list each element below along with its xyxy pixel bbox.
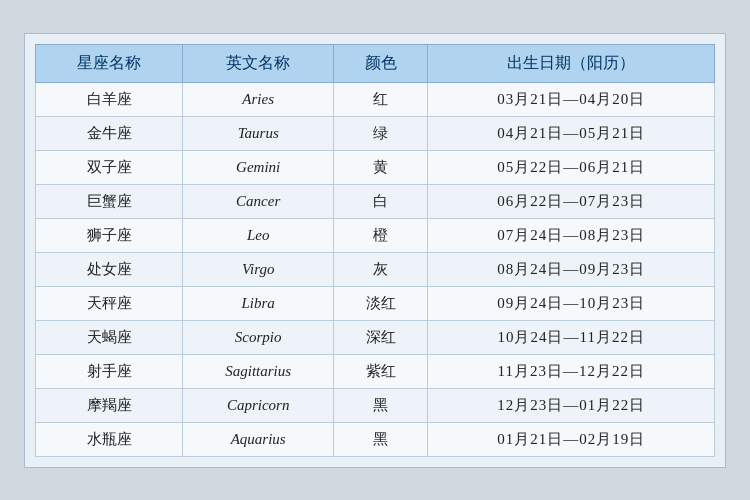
table-row: 白羊座Aries红03月21日—04月20日 [36,82,715,116]
table-cell-2-3: 05月22日—06月21日 [428,150,715,184]
table-cell-3-1: Cancer [183,184,334,218]
table-cell-0-0: 白羊座 [36,82,183,116]
table-cell-6-1: Libra [183,286,334,320]
table-cell-7-0: 天蝎座 [36,320,183,354]
table-cell-6-3: 09月24日—10月23日 [428,286,715,320]
column-header-0: 星座名称 [36,44,183,82]
table-cell-2-2: 黄 [333,150,427,184]
table-cell-2-1: Gemini [183,150,334,184]
table-row: 天秤座Libra淡红09月24日—10月23日 [36,286,715,320]
table-cell-5-3: 08月24日—09月23日 [428,252,715,286]
table-cell-8-3: 11月23日—12月22日 [428,354,715,388]
table-row: 处女座Virgo灰08月24日—09月23日 [36,252,715,286]
table-cell-1-0: 金牛座 [36,116,183,150]
column-header-2: 颜色 [333,44,427,82]
zodiac-table-container: 星座名称英文名称颜色出生日期（阳历） 白羊座Aries红03月21日—04月20… [24,33,726,468]
table-cell-2-0: 双子座 [36,150,183,184]
table-header-row: 星座名称英文名称颜色出生日期（阳历） [36,44,715,82]
table-row: 金牛座Taurus绿04月21日—05月21日 [36,116,715,150]
table-cell-10-1: Aquarius [183,422,334,456]
table-cell-9-3: 12月23日—01月22日 [428,388,715,422]
table-cell-8-1: Sagittarius [183,354,334,388]
table-cell-4-2: 橙 [333,218,427,252]
table-cell-7-2: 深红 [333,320,427,354]
table-cell-0-3: 03月21日—04月20日 [428,82,715,116]
table-cell-10-3: 01月21日—02月19日 [428,422,715,456]
table-row: 摩羯座Capricorn黑12月23日—01月22日 [36,388,715,422]
table-row: 水瓶座Aquarius黑01月21日—02月19日 [36,422,715,456]
table-cell-8-0: 射手座 [36,354,183,388]
zodiac-table: 星座名称英文名称颜色出生日期（阳历） 白羊座Aries红03月21日—04月20… [35,44,715,457]
table-cell-5-2: 灰 [333,252,427,286]
table-cell-1-1: Taurus [183,116,334,150]
table-row: 狮子座Leo橙07月24日—08月23日 [36,218,715,252]
table-cell-3-0: 巨蟹座 [36,184,183,218]
column-header-3: 出生日期（阳历） [428,44,715,82]
table-row: 双子座Gemini黄05月22日—06月21日 [36,150,715,184]
table-cell-4-3: 07月24日—08月23日 [428,218,715,252]
table-cell-10-0: 水瓶座 [36,422,183,456]
table-cell-6-0: 天秤座 [36,286,183,320]
table-cell-6-2: 淡红 [333,286,427,320]
table-row: 巨蟹座Cancer白06月22日—07月23日 [36,184,715,218]
table-cell-9-0: 摩羯座 [36,388,183,422]
table-cell-0-2: 红 [333,82,427,116]
table-row: 射手座Sagittarius紫红11月23日—12月22日 [36,354,715,388]
table-cell-4-0: 狮子座 [36,218,183,252]
table-cell-1-3: 04月21日—05月21日 [428,116,715,150]
table-cell-9-1: Capricorn [183,388,334,422]
table-cell-9-2: 黑 [333,388,427,422]
table-cell-0-1: Aries [183,82,334,116]
table-body: 白羊座Aries红03月21日—04月20日金牛座Taurus绿04月21日—0… [36,82,715,456]
table-cell-3-2: 白 [333,184,427,218]
column-header-1: 英文名称 [183,44,334,82]
table-cell-1-2: 绿 [333,116,427,150]
table-cell-4-1: Leo [183,218,334,252]
table-cell-7-3: 10月24日—11月22日 [428,320,715,354]
table-cell-3-3: 06月22日—07月23日 [428,184,715,218]
table-cell-5-1: Virgo [183,252,334,286]
table-cell-7-1: Scorpio [183,320,334,354]
table-cell-10-2: 黑 [333,422,427,456]
table-row: 天蝎座Scorpio深红10月24日—11月22日 [36,320,715,354]
table-cell-8-2: 紫红 [333,354,427,388]
table-cell-5-0: 处女座 [36,252,183,286]
